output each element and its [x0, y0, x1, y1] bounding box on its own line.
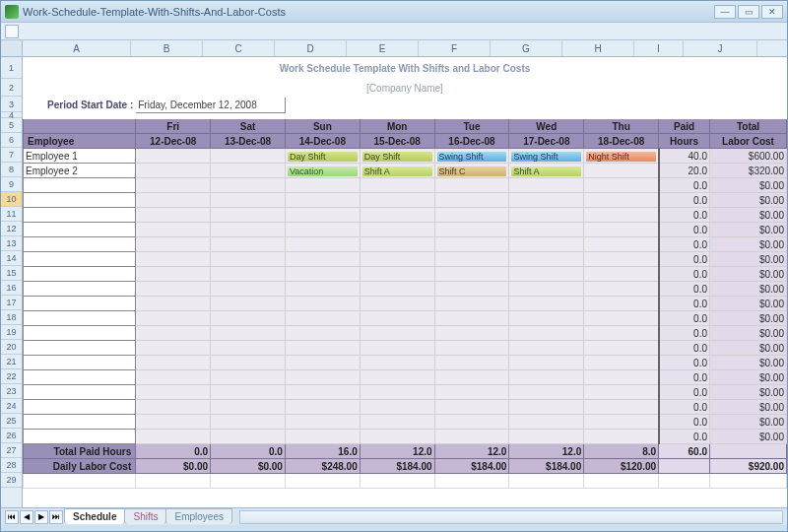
shift-cell-1-4[interactable]: Shift C	[434, 164, 509, 178]
labor-cost-0[interactable]: $600.00	[710, 149, 787, 164]
header-dow-2[interactable]: Sun	[285, 119, 360, 134]
col-I[interactable]: I	[634, 40, 684, 56]
row-13[interactable]: 13	[1, 236, 22, 251]
employee-name-empty-11[interactable]	[24, 341, 136, 356]
header-date-1[interactable]: 13-Dec-08	[211, 134, 286, 149]
employee-name-empty-5[interactable]	[24, 252, 136, 267]
row-25[interactable]: 25	[1, 414, 22, 429]
total-paid-hours-label[interactable]: Total Paid Hours	[24, 444, 136, 459]
row-6[interactable]: 6	[1, 133, 22, 148]
shift-cell-0-0[interactable]	[136, 149, 211, 164]
header-dow-5[interactable]: Wed	[509, 119, 584, 134]
header-date-0[interactable]: 12-Dec-08	[136, 134, 211, 149]
row-16[interactable]: 16	[1, 281, 22, 296]
row-11[interactable]: 11	[1, 207, 22, 222]
daily-cost-2[interactable]: $248.00	[285, 459, 360, 474]
period-start-value[interactable]: Friday, December 12, 2008	[136, 98, 286, 113]
header-dow-4[interactable]: Tue	[434, 119, 509, 134]
tab-schedule[interactable]: Schedule	[64, 508, 125, 524]
total-paid-2[interactable]: 16.0	[285, 444, 360, 459]
company-name[interactable]: [Company Name]	[24, 80, 787, 98]
close-button[interactable]: ✕	[761, 5, 783, 19]
row-23[interactable]: 23	[1, 384, 22, 399]
paid-hours-1[interactable]: 20.0	[659, 164, 710, 178]
shift-cell-0-4[interactable]: Swing Shift	[434, 149, 509, 164]
tab-nav-next[interactable]: ▶	[34, 510, 48, 524]
paid-hours-0[interactable]: 40.0	[659, 149, 710, 164]
shift-cell-0-1[interactable]	[211, 149, 286, 164]
row-20[interactable]: 20	[1, 340, 22, 355]
header-paid2[interactable]: Hours	[659, 134, 710, 149]
employee-name-empty-8[interactable]	[24, 297, 136, 311]
daily-cost-6[interactable]: $120.00	[584, 459, 659, 474]
tab-nav-last[interactable]: ⏭	[49, 510, 63, 524]
employee-name-empty-12[interactable]	[24, 356, 136, 370]
employee-name-empty-6[interactable]	[24, 267, 136, 282]
daily-labor-cost-label[interactable]: Daily Labor Cost	[24, 459, 136, 474]
row-12[interactable]: 12	[1, 222, 22, 236]
header-dow-0[interactable]: Fri	[136, 119, 211, 134]
period-start-label[interactable]: Period Start Date :	[24, 98, 136, 113]
header-date-4[interactable]: 16-Dec-08	[434, 134, 509, 149]
header-employee[interactable]: Employee	[24, 134, 136, 149]
row-14[interactable]: 14	[1, 251, 22, 266]
row-21[interactable]: 21	[1, 355, 22, 369]
tab-shifts[interactable]: Shifts	[124, 508, 166, 524]
employee-name-empty-2[interactable]	[24, 208, 136, 223]
employee-name-empty-9[interactable]	[24, 311, 136, 326]
row-18[interactable]: 18	[1, 310, 22, 325]
col-C[interactable]: C	[203, 40, 275, 56]
shift-cell-1-2[interactable]: Vacation	[285, 164, 360, 178]
row-10[interactable]: 10	[1, 192, 22, 207]
employee-name-empty-17[interactable]	[24, 430, 136, 444]
col-A[interactable]: A	[23, 40, 131, 56]
row-27[interactable]: 27	[1, 443, 22, 458]
row-29[interactable]: 29	[1, 473, 22, 488]
shift-cell-1-3[interactable]: Shift A	[360, 164, 434, 178]
employee-name-empty-1[interactable]	[24, 193, 136, 208]
shift-cell-1-5[interactable]: Shift A	[509, 164, 584, 178]
office-icon[interactable]	[5, 25, 19, 38]
employee-name-empty-16[interactable]	[24, 415, 136, 430]
employee-name-empty-14[interactable]	[24, 385, 136, 400]
header-date-3[interactable]: 15-Dec-08	[360, 134, 434, 149]
employee-name-empty-0[interactable]	[24, 178, 136, 193]
shift-cell-1-6[interactable]	[584, 164, 659, 178]
row-26[interactable]: 26	[1, 429, 22, 443]
row-7[interactable]: 7	[1, 148, 22, 163]
total-paid-6[interactable]: 8.0	[584, 444, 659, 459]
employee-name-empty-10[interactable]	[24, 326, 136, 341]
row-9[interactable]: 9	[1, 177, 22, 192]
minimize-button[interactable]: —	[714, 5, 736, 19]
total-paid-0[interactable]: 0.0	[136, 444, 211, 459]
shift-cell-0-5[interactable]: Swing Shift	[509, 149, 584, 164]
header-dow-1[interactable]: Sat	[211, 119, 286, 134]
tab-nav-prev[interactable]: ◀	[20, 510, 33, 524]
employee-name-empty-15[interactable]	[24, 400, 136, 415]
employee-name-0[interactable]: Employee 1	[24, 149, 136, 164]
total-paid-sum[interactable]: 60.0	[659, 444, 710, 459]
total-paid-1[interactable]: 0.0	[211, 444, 286, 459]
col-H[interactable]: H	[562, 40, 634, 56]
header-cost[interactable]: Total	[710, 119, 787, 134]
col-G[interactable]: G	[491, 40, 562, 56]
header-date-5[interactable]: 17-Dec-08	[509, 134, 584, 149]
header-date-6[interactable]: 18-Dec-08	[584, 134, 659, 149]
daily-cost-4[interactable]: $184.00	[434, 459, 509, 474]
total-paid-4[interactable]: 12.0	[434, 444, 509, 459]
employee-name-empty-4[interactable]	[24, 237, 136, 252]
tab-nav-first[interactable]: ⏮	[5, 510, 19, 524]
title-bar[interactable]: Work-Schedule-Template-With-Shifts-And-L…	[1, 1, 787, 23]
shift-cell-1-1[interactable]	[211, 164, 286, 178]
row-5[interactable]: 5	[1, 118, 22, 133]
employee-name-empty-3[interactable]	[24, 223, 136, 237]
row-22[interactable]: 22	[1, 369, 22, 384]
row-24[interactable]: 24	[1, 399, 22, 414]
horizontal-scrollbar[interactable]	[239, 510, 783, 524]
shift-cell-0-3[interactable]: Day Shift	[360, 149, 434, 164]
row-28[interactable]: 28	[1, 458, 22, 473]
header-date-2[interactable]: 14-Dec-08	[285, 134, 360, 149]
total-paid-3[interactable]: 12.0	[360, 444, 434, 459]
header-dow-6[interactable]: Thu	[584, 119, 659, 134]
header-paid[interactable]: Paid	[659, 119, 710, 134]
